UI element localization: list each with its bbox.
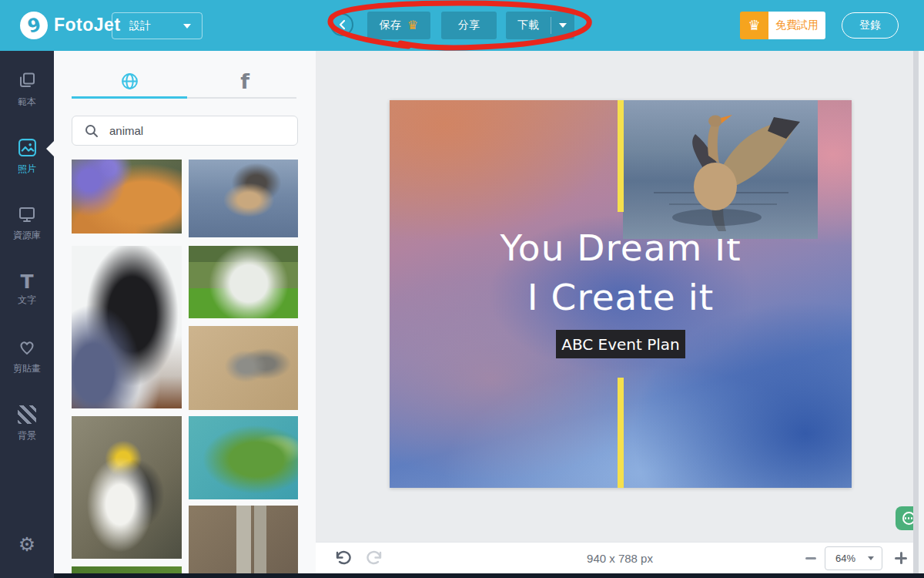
settings-button[interactable]: ⚙ xyxy=(0,535,54,554)
crown-icon: ♛ xyxy=(748,18,760,32)
canvas-goose-image[interactable] xyxy=(623,100,818,239)
photo-thumbnail-peacock[interactable] xyxy=(189,246,298,318)
gear-icon: ⚙ xyxy=(18,533,35,556)
sidebar-item-text[interactable]: T 文字 xyxy=(0,271,54,307)
sidebar-item-library[interactable]: 資源庫 xyxy=(0,204,54,242)
tab-web-photos[interactable] xyxy=(72,65,187,97)
zoom-out-button[interactable] xyxy=(805,557,816,560)
goose-illustration xyxy=(623,100,818,239)
sidebar: 範本 照片 資源庫 T 文字 xyxy=(0,51,54,578)
download-options-dropdown[interactable] xyxy=(551,23,574,28)
sidebar-item-background[interactable]: 背景 xyxy=(0,405,54,442)
share-label: 分享 xyxy=(458,18,480,32)
zoom-level-dropdown[interactable]: 64% xyxy=(825,546,882,570)
yellow-bar-bottom[interactable] xyxy=(618,378,624,488)
canvas-tag-box[interactable]: ABC Event Plan xyxy=(556,330,685,358)
window-bottom-edge xyxy=(54,573,924,578)
fotojet-logo-icon[interactable]: 9 xyxy=(20,12,48,39)
download-button-group: 下載 xyxy=(506,12,574,39)
globe-icon xyxy=(120,72,139,91)
photo-thumbnail-dog[interactable] xyxy=(72,246,182,408)
photos-panel: f xyxy=(54,51,316,578)
sidebar-item-clipart[interactable]: 剪貼畫 xyxy=(0,338,54,375)
chevron-left-icon xyxy=(338,19,346,30)
photo-thumbnail-iguana[interactable] xyxy=(189,416,298,499)
free-trial-label: 免費試用 xyxy=(768,12,825,39)
work-area: You Dream It I Create it xyxy=(316,51,924,578)
chevron-down-icon xyxy=(183,24,191,29)
background-stripes-icon xyxy=(18,405,36,425)
photo-thumbnail-bird-legs[interactable] xyxy=(189,506,298,578)
text-icon: T xyxy=(20,271,33,291)
photo-thumbnail-cat[interactable] xyxy=(72,160,182,234)
design-canvas[interactable]: You Dream It I Create it xyxy=(390,100,852,488)
back-button[interactable] xyxy=(330,13,353,36)
search-input[interactable] xyxy=(108,123,277,138)
download-button[interactable]: 下載 xyxy=(506,18,551,32)
brand-title: FotoJet xyxy=(54,15,121,35)
photos-icon xyxy=(18,137,37,157)
headline-line2: I Create it xyxy=(390,273,852,322)
zoom-level-value: 64% xyxy=(835,553,855,564)
facebook-icon: f xyxy=(240,71,249,92)
monitor-icon xyxy=(18,204,36,224)
tag-label: ABC Event Plan xyxy=(561,335,680,354)
header-bar: 9 FotoJet 設計 保存 ♛ 分享 下載 xyxy=(0,0,924,51)
photo-thumbnail-cranes[interactable] xyxy=(189,326,298,410)
design-menu-label: 設計 xyxy=(129,19,151,33)
fotojet-app: 9 FotoJet 設計 保存 ♛ 分享 下載 xyxy=(0,0,924,578)
chevron-down-icon xyxy=(559,23,567,28)
save-label: 保存 xyxy=(380,18,401,32)
canvas-footer-bar: 940 x 788 px 64% xyxy=(316,542,924,573)
free-trial-button[interactable]: ♛ 免費試用 xyxy=(740,12,825,39)
tab-underline-active xyxy=(72,96,187,99)
photo-thumbnail-goose[interactable] xyxy=(189,160,298,237)
tab-facebook-photos[interactable]: f xyxy=(187,65,303,97)
sidebar-item-templates[interactable]: 範本 xyxy=(0,71,54,109)
chevron-down-icon xyxy=(868,556,874,560)
save-button[interactable]: 保存 ♛ xyxy=(367,12,430,39)
zoom-in-button[interactable] xyxy=(895,552,907,564)
scrollbar-thumb[interactable] xyxy=(913,51,919,578)
login-button[interactable]: 登錄 xyxy=(842,12,899,39)
yellow-bar-top[interactable] xyxy=(618,100,624,212)
templates-icon xyxy=(18,71,36,91)
page-scrollbar[interactable] xyxy=(913,51,924,578)
share-button[interactable]: 分享 xyxy=(441,12,497,39)
design-menu-dropdown[interactable]: 設計 xyxy=(112,12,203,39)
search-box xyxy=(72,116,298,146)
active-panel-notch xyxy=(46,141,54,156)
photo-thumbnail-penguin[interactable] xyxy=(72,416,182,559)
crown-icon: ♛ xyxy=(407,19,418,32)
heart-icon xyxy=(18,338,36,358)
search-icon xyxy=(85,124,99,138)
